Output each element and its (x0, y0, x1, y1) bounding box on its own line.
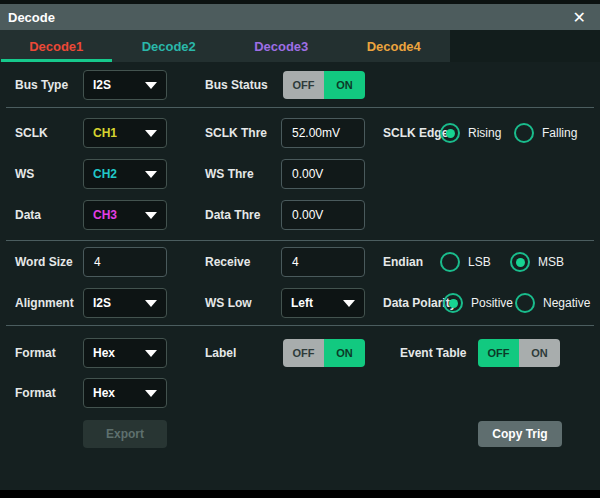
sclk-channel-dropdown[interactable]: CH1 (83, 118, 167, 148)
endian-lsb-radio[interactable]: LSB (440, 247, 491, 277)
row-data: Data CH3 Data Thre 0.00V (0, 200, 600, 230)
data-polarity-negative-radio[interactable]: Negative (515, 288, 590, 318)
bus-status-off-option[interactable]: OFF (283, 71, 324, 99)
radio-icon (510, 252, 530, 272)
close-icon[interactable]: ✕ (569, 4, 590, 30)
tab-decode4[interactable]: Decode4 (338, 30, 451, 62)
tab-decode2[interactable]: Decode2 (113, 30, 226, 62)
sclk-edge-falling-label: Falling (542, 126, 577, 140)
sclk-thre-input[interactable]: 52.00mV (281, 118, 365, 148)
bus-status-toggle[interactable]: OFF ON (283, 71, 365, 99)
sclk-thre-label: SCLK Thre (205, 118, 267, 148)
data-thre-label: Data Thre (205, 200, 260, 230)
dialog-title: Decode (8, 10, 55, 25)
data-channel-value: CH3 (93, 208, 117, 222)
event-table-on-option[interactable]: ON (519, 339, 560, 367)
ws-low-label: WS Low (205, 288, 252, 318)
chevron-down-icon (145, 82, 157, 89)
divider (6, 325, 594, 326)
ws-low-dropdown[interactable]: Left (281, 288, 365, 318)
chevron-down-icon (145, 390, 157, 397)
row-word-size: Word Size 4 Receive 4 Endian LSB MSB (0, 247, 600, 277)
sclk-edge-label: SCLK Edge (383, 118, 448, 148)
chevron-down-icon (145, 350, 157, 357)
word-size-label: Word Size (15, 247, 73, 277)
ws-channel-value: CH2 (93, 167, 117, 181)
bus-status-label: Bus Status (205, 70, 268, 100)
radio-icon (440, 252, 460, 272)
ws-thre-input[interactable]: 0.00V (281, 159, 365, 189)
active-tab-underline (1, 59, 112, 62)
sclk-label: SCLK (15, 118, 48, 148)
chevron-down-icon (145, 212, 157, 219)
endian-lsb-label: LSB (468, 255, 491, 269)
ws-channel-dropdown[interactable]: CH2 (83, 159, 167, 189)
receive-label: Receive (205, 247, 250, 277)
copy-trig-button[interactable]: Copy Trig (478, 421, 562, 447)
word-size-input[interactable]: 4 (83, 247, 167, 277)
endian-msb-label: MSB (538, 255, 564, 269)
bus-type-label: Bus Type (15, 70, 68, 100)
data-polarity-positive-radio[interactable]: Positive (443, 288, 513, 318)
radio-icon (440, 123, 460, 143)
endian-label: Endian (383, 247, 423, 277)
divider (6, 107, 594, 108)
row-format-label: Format Hex Label OFF ON Event Table OFF … (0, 338, 600, 368)
alignment-label: Alignment (15, 288, 74, 318)
export-button[interactable]: Export (83, 420, 167, 448)
endian-msb-radio[interactable]: MSB (510, 247, 564, 277)
divider (6, 240, 594, 241)
format-line-value: Hex (93, 386, 115, 400)
ws-label: WS (15, 159, 34, 189)
row-format-line: Format Hex (0, 378, 600, 408)
data-thre-input[interactable]: 0.00V (281, 200, 365, 230)
event-table-toggle[interactable]: OFF ON (478, 339, 560, 367)
receive-input[interactable]: 4 (281, 247, 365, 277)
tab-decode3[interactable]: Decode3 (225, 30, 338, 62)
event-table-label: Event Table (400, 338, 466, 368)
data-thre-value: 0.00V (292, 208, 323, 222)
data-polarity-negative-label: Negative (543, 296, 590, 310)
row-ws: WS CH2 WS Thre 0.00V (0, 159, 600, 189)
chevron-down-icon (343, 300, 355, 307)
event-table-off-option[interactable]: OFF (478, 339, 519, 367)
format-bus-value: Hex (93, 346, 115, 360)
sclk-edge-falling-radio[interactable]: Falling (514, 118, 577, 148)
label-off-option[interactable]: OFF (283, 339, 324, 367)
label-on-option[interactable]: ON (324, 339, 365, 367)
sclk-edge-rising-radio[interactable]: Rising (440, 118, 501, 148)
label-toggle[interactable]: OFF ON (283, 339, 365, 367)
tab-decode1-label: Decode1 (29, 39, 83, 54)
ws-thre-value: 0.00V (292, 167, 323, 181)
chevron-down-icon (145, 130, 157, 137)
radio-icon (514, 123, 534, 143)
row-sclk: SCLK CH1 SCLK Thre 52.00mV SCLK Edge Ris… (0, 118, 600, 148)
bus-status-on-option[interactable]: ON (324, 71, 365, 99)
tab-bar: Decode1 Decode2 Decode3 Decode4 (0, 30, 600, 62)
decode-dialog: Decode ✕ Decode1 Decode2 Decode3 Decode4… (0, 0, 600, 498)
tab-decode3-label: Decode3 (254, 39, 308, 54)
ws-low-value: Left (291, 296, 313, 310)
tab-decode1[interactable]: Decode1 (0, 30, 113, 62)
dialog-titlebar: Decode ✕ (0, 4, 600, 30)
receive-value: 4 (292, 255, 299, 269)
sclk-edge-rising-label: Rising (468, 126, 501, 140)
word-size-value: 4 (94, 255, 101, 269)
row-bus: Bus Type I2S Bus Status OFF ON (0, 70, 600, 100)
format-line-dropdown[interactable]: Hex (83, 378, 167, 408)
alignment-value: I2S (93, 296, 111, 310)
chevron-down-icon (145, 171, 157, 178)
bottom-edge-strip (0, 490, 600, 498)
data-channel-dropdown[interactable]: CH3 (83, 200, 167, 230)
sclk-channel-value: CH1 (93, 126, 117, 140)
chevron-down-icon (145, 300, 157, 307)
tab-decode4-label: Decode4 (367, 39, 421, 54)
label-toggle-label: Label (205, 338, 236, 368)
format-bus-dropdown[interactable]: Hex (83, 338, 167, 368)
alignment-dropdown[interactable]: I2S (83, 288, 167, 318)
data-polarity-positive-label: Positive (471, 296, 513, 310)
bus-type-dropdown[interactable]: I2S (83, 70, 167, 100)
format-line-label: Format (15, 378, 56, 408)
row-buttons: Export Copy Trig (0, 420, 600, 448)
tab-strip: Decode1 Decode2 Decode3 Decode4 (0, 30, 450, 62)
